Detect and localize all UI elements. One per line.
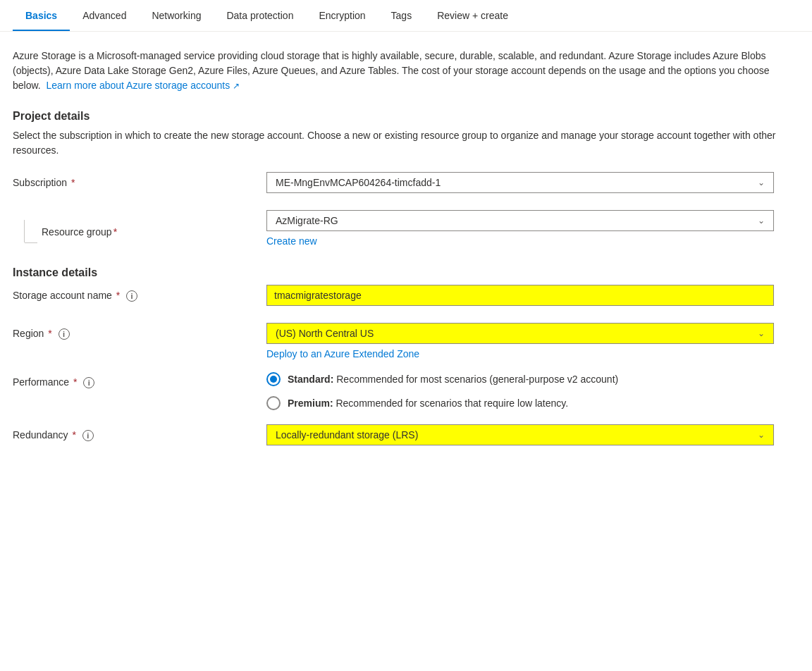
performance-label-col: Performance * i: [13, 372, 266, 388]
performance-control: Standard: Recommended for most scenarios…: [266, 372, 784, 410]
performance-premium-label-bold: Premium:: [288, 398, 333, 409]
storage-account-name-control: [266, 285, 784, 306]
subscription-label: Subscription: [13, 177, 67, 188]
region-required: *: [45, 328, 51, 339]
region-chevron-icon: ⌄: [758, 328, 765, 338]
storage-account-name-label: Storage account name: [13, 290, 112, 301]
resource-group-required: *: [113, 226, 117, 238]
project-details-desc: Select the subscription in which to crea…: [13, 128, 784, 158]
tab-networking[interactable]: Networking: [139, 0, 214, 31]
tab-basics[interactable]: Basics: [13, 0, 70, 31]
resource-group-row: Resource group * AzMigrate-RG ⌄ Create n…: [13, 210, 784, 247]
storage-account-name-required: *: [113, 290, 120, 301]
performance-label: Performance: [13, 376, 69, 388]
subscription-chevron-icon: ⌄: [758, 178, 765, 187]
performance-row: Performance * i Standard: Recommended fo…: [13, 372, 784, 410]
resource-group-label-col: Resource group *: [13, 210, 266, 243]
performance-standard-label-bold: Standard:: [288, 374, 333, 385]
storage-account-name-row: Storage account name * i: [13, 285, 784, 310]
tab-review-create[interactable]: Review + create: [424, 0, 521, 31]
performance-premium-desc: Recommended for scenarios that require l…: [333, 398, 569, 409]
performance-required: *: [70, 376, 77, 388]
redundancy-info-icon: i: [82, 430, 94, 441]
resource-group-control: AzMigrate-RG ⌄ Create new: [266, 210, 784, 247]
tab-data-protection[interactable]: Data protection: [214, 0, 306, 31]
region-label-col: Region * i: [13, 323, 266, 340]
tab-encryption[interactable]: Encryption: [306, 0, 378, 31]
deploy-extended-zone-link[interactable]: Deploy to an Azure Extended Zone: [266, 348, 784, 359]
region-row: Region * i (US) North Central US ⌄ Deplo…: [13, 323, 784, 359]
redundancy-required: *: [70, 429, 76, 441]
subscription-required: *: [68, 177, 75, 188]
tab-tags[interactable]: Tags: [379, 0, 425, 31]
learn-more-link[interactable]: Learn more about Azure storage accounts …: [46, 80, 240, 91]
project-details-title: Project details: [13, 110, 784, 123]
redundancy-label-col: Redundancy * i: [13, 424, 266, 441]
project-details-section: Project details Select the subscription …: [13, 110, 784, 247]
subscription-control: ME-MngEnvMCAP604264-timcfadd-1 ⌄: [266, 172, 784, 193]
instance-details-title: Instance details: [13, 266, 784, 279]
storage-account-name-input[interactable]: [266, 285, 774, 306]
storage-account-name-info-icon: i: [126, 290, 137, 302]
storage-account-name-label-col: Storage account name * i: [13, 285, 266, 302]
create-new-link[interactable]: Create new: [266, 235, 784, 247]
region-info-icon: i: [59, 328, 70, 340]
resource-group-label: Resource group: [42, 226, 112, 238]
redundancy-control: Locally-redundant storage (LRS) ⌄: [266, 424, 784, 445]
redundancy-dropdown[interactable]: Locally-redundant storage (LRS) ⌄: [266, 424, 774, 445]
resource-group-dropdown[interactable]: AzMigrate-RG ⌄: [266, 210, 774, 231]
redundancy-row: Redundancy * i Locally-redundant storage…: [13, 424, 784, 450]
performance-standard-label: Standard: Recommended for most scenarios…: [288, 374, 618, 385]
main-content: Azure Storage is a Microsoft-managed ser…: [0, 32, 796, 486]
navigation-tabs: Basics Advanced Networking Data protecti…: [0, 0, 812, 32]
subscription-label-col: Subscription *: [13, 172, 266, 188]
performance-premium-radio[interactable]: [266, 396, 281, 410]
performance-info-icon: i: [83, 377, 94, 388]
subscription-dropdown[interactable]: ME-MngEnvMCAP604264-timcfadd-1 ⌄: [266, 172, 774, 193]
region-value: (US) North Central US: [276, 328, 374, 339]
tab-advanced[interactable]: Advanced: [70, 0, 139, 31]
subscription-row: Subscription * ME-MngEnvMCAP604264-timcf…: [13, 172, 784, 197]
performance-standard-desc: Recommended for most scenarios (general-…: [333, 374, 618, 385]
performance-premium-label: Premium: Recommended for scenarios that …: [288, 398, 568, 409]
redundancy-label: Redundancy: [13, 429, 68, 441]
external-link-icon: ↗: [233, 81, 240, 91]
redundancy-value: Locally-redundant storage (LRS): [276, 429, 418, 441]
subscription-value: ME-MngEnvMCAP604264-timcfadd-1: [276, 177, 441, 188]
resource-group-chevron-icon: ⌄: [758, 216, 765, 226]
region-label: Region: [13, 328, 44, 339]
performance-standard-radio[interactable]: [266, 372, 281, 386]
performance-standard-radio-dot: [270, 376, 277, 383]
performance-radio-group: Standard: Recommended for most scenarios…: [266, 372, 784, 410]
instance-details-section: Instance details Storage account name * …: [13, 266, 784, 450]
intro-paragraph: Azure Storage is a Microsoft-managed ser…: [13, 49, 784, 93]
region-control: (US) North Central US ⌄ Deploy to an Azu…: [266, 323, 784, 359]
resource-group-value: AzMigrate-RG: [276, 215, 338, 226]
performance-premium-option[interactable]: Premium: Recommended for scenarios that …: [266, 396, 784, 410]
performance-standard-option[interactable]: Standard: Recommended for most scenarios…: [266, 372, 784, 386]
region-dropdown[interactable]: (US) North Central US ⌄: [266, 323, 774, 344]
redundancy-chevron-icon: ⌄: [758, 430, 765, 440]
